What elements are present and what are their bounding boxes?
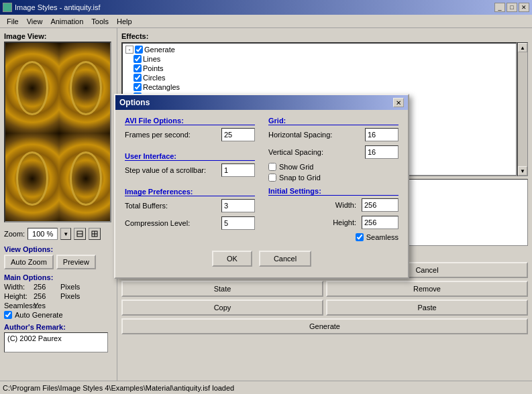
- effect-circles[interactable]: Circles: [132, 73, 515, 82]
- close-button[interactable]: ✕: [519, 3, 529, 12]
- effect-rectangles-checkbox[interactable]: [134, 83, 142, 91]
- menu-bar: File View Animation Tools Help: [0, 15, 532, 28]
- state-button[interactable]: State: [121, 281, 323, 297]
- effect-lines-checkbox[interactable]: [134, 55, 142, 63]
- options-dialog: Options ✕ AVI File Options: Frames per s…: [114, 94, 409, 279]
- image-view: [4, 42, 111, 222]
- menu-view[interactable]: View: [23, 16, 47, 27]
- width-label: Width:: [4, 283, 31, 291]
- vertical-spacing-label: Vertical Spacing:: [268, 148, 323, 156]
- image-cell-1: [5, 43, 59, 133]
- authors-remark-label: Author's Remark:: [4, 323, 113, 331]
- generate-button[interactable]: Generate: [121, 318, 528, 334]
- preview-button[interactable]: Preview: [56, 255, 96, 269]
- scroll-up-btn[interactable]: ▲: [518, 43, 527, 52]
- maximize-button[interactable]: □: [507, 3, 517, 12]
- copy-button[interactable]: Copy: [121, 300, 323, 316]
- dialog-cancel-button[interactable]: Cancel: [259, 251, 311, 267]
- window-title: Image Styles - antiquity.isf: [15, 3, 101, 11]
- status-text: C:\Program Files\Image Styles 4\Examples…: [3, 384, 234, 392]
- init-seamless-checkbox[interactable]: [356, 233, 364, 241]
- effect-lines-label: Lines: [143, 55, 160, 63]
- effect-points-checkbox[interactable]: [134, 64, 142, 72]
- init-width-input[interactable]: [362, 198, 398, 212]
- paste-button[interactable]: Paste: [326, 300, 528, 316]
- menu-file[interactable]: File: [3, 16, 23, 27]
- effect-rectangles[interactable]: Rectangles: [132, 82, 515, 92]
- image-cell-3: [5, 133, 59, 222]
- status-bar: C:\Program Files\Image Styles 4\Examples…: [0, 381, 532, 394]
- init-seamless-row: Seamless: [268, 233, 398, 241]
- frames-input[interactable]: [221, 128, 255, 141]
- dialog-title: Options: [119, 98, 150, 107]
- total-buffers-label: Total Buffers:: [125, 202, 168, 210]
- menu-help[interactable]: Help: [113, 16, 136, 27]
- authors-remark-section: Author's Remark: (C) 2002 Paurex: [4, 323, 113, 352]
- dialog-title-bar: Options ✕: [115, 95, 408, 110]
- seamless-label: Seamless:: [4, 302, 31, 310]
- auto-generate-checkbox[interactable]: [4, 311, 12, 319]
- init-height-input[interactable]: [362, 216, 398, 229]
- snap-to-grid-row: Snap to Grid: [268, 174, 398, 182]
- seamless-value: Yes: [34, 302, 46, 310]
- effect-lines[interactable]: Lines: [132, 54, 515, 64]
- left-panel: Image View: Zoom: ▼: [0, 28, 117, 394]
- effect-points[interactable]: Points: [132, 64, 515, 73]
- zoom-dropdown[interactable]: ▼: [60, 228, 71, 240]
- collapse-icon[interactable]: -: [125, 46, 134, 54]
- zoom-btn-1[interactable]: [74, 228, 86, 240]
- width-unit: Pixels: [60, 283, 80, 291]
- total-buffers-row: Total Buffers:: [125, 199, 255, 212]
- view-options-label: View Options:: [4, 245, 113, 253]
- scroll-down-btn[interactable]: ▼: [518, 166, 527, 176]
- snap-to-grid-label: Snap to Grid: [279, 174, 321, 182]
- effect-generate-label: Generate: [144, 46, 175, 54]
- snap-to-grid-checkbox[interactable]: [268, 174, 276, 182]
- show-grid-row: Show Grid: [268, 163, 398, 171]
- remove-button[interactable]: Remove: [326, 281, 528, 297]
- compression-row: Compression Level:: [125, 216, 255, 230]
- show-grid-label: Show Grid: [279, 163, 313, 171]
- view-options-section: View Options: Auto Zoom Preview: [4, 245, 113, 269]
- effect-circles-checkbox[interactable]: [134, 74, 142, 82]
- ui-section-title: User Interface:: [125, 152, 255, 161]
- height-unit: Pixels: [60, 292, 80, 300]
- minimize-button[interactable]: _: [494, 3, 505, 12]
- total-buffers-input[interactable]: [221, 199, 255, 212]
- dialog-ok-button[interactable]: OK: [212, 251, 252, 267]
- effects-scrollbar[interactable]: ▲ ▼: [517, 42, 528, 176]
- app-icon: [3, 3, 12, 12]
- effect-points-label: Points: [143, 64, 164, 72]
- vertical-spacing-input[interactable]: [365, 145, 398, 159]
- show-grid-checkbox[interactable]: [268, 163, 276, 171]
- image-cell-2: [59, 43, 111, 133]
- step-label: Step value of a scrollbar:: [125, 166, 206, 174]
- horizontal-spacing-row: Horizontal Spacing:: [268, 128, 398, 141]
- auto-zoom-button[interactable]: Auto Zoom: [4, 255, 54, 269]
- initial-settings-section: Initial Settings: Width: Height: Seamles…: [268, 187, 398, 241]
- grid-section-title: Grid:: [268, 117, 398, 125]
- window: Image Styles - antiquity.isf _ □ ✕ File …: [0, 0, 532, 394]
- avi-section-title: AVI File Options:: [125, 117, 255, 125]
- width-value: 256: [34, 283, 58, 291]
- init-width-label: Width:: [335, 201, 356, 209]
- horizontal-spacing-label: Horizontal Spacing:: [268, 131, 332, 139]
- title-bar: Image Styles - antiquity.isf _ □ ✕: [0, 0, 532, 15]
- effect-generate[interactable]: - Generate: [124, 45, 515, 54]
- remark-box: (C) 2002 Paurex: [4, 332, 108, 352]
- menu-animation[interactable]: Animation: [46, 16, 87, 27]
- zoom-btn-2[interactable]: [89, 228, 101, 240]
- step-input[interactable]: [221, 163, 255, 177]
- effect-generate-checkbox[interactable]: [135, 46, 143, 54]
- init-seamless-label: Seamless: [366, 233, 398, 241]
- init-height-label: Height:: [333, 218, 356, 226]
- compression-input[interactable]: [221, 216, 255, 230]
- zoom-input[interactable]: [28, 228, 58, 240]
- initial-settings-title: Initial Settings:: [268, 187, 398, 196]
- dialog-left-column: AVI File Options: Frames per second: Use…: [125, 117, 255, 244]
- menu-tools[interactable]: Tools: [87, 16, 113, 27]
- dialog-close-button[interactable]: ✕: [393, 98, 404, 107]
- horizontal-spacing-input[interactable]: [365, 128, 398, 141]
- image-view-label: Image View:: [4, 32, 113, 40]
- dialog-right-column: Grid: Horizontal Spacing: Vertical Spaci…: [268, 117, 398, 244]
